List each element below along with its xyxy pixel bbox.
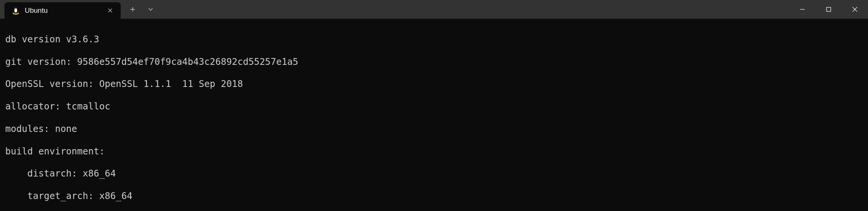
tab-actions [124, 0, 160, 19]
minimize-button[interactable] [789, 0, 816, 19]
svg-point-5 [16, 8, 16, 9]
output-line: git version: 9586e557d54ef70f9ca4b43c268… [5, 56, 863, 67]
window-titlebar: Ubuntu [0, 0, 868, 19]
output-line: distarch: x86_64 [5, 168, 863, 179]
ubuntu-tux-icon [11, 6, 20, 15]
tab-dropdown-button[interactable] [142, 0, 160, 19]
tabs-area: Ubuntu [0, 0, 160, 19]
output-line: build environment: [5, 146, 863, 157]
svg-point-1 [14, 9, 17, 13]
close-tab-button[interactable] [106, 7, 114, 14]
window-controls [789, 0, 868, 19]
terminal-output[interactable]: db version v3.6.3 git version: 9586e557d… [0, 19, 868, 211]
output-line: target_arch: x86_64 [5, 190, 863, 202]
output-line: db version v3.6.3 [5, 34, 863, 45]
close-window-button[interactable] [842, 0, 868, 19]
svg-rect-6 [827, 7, 831, 12]
svg-point-4 [15, 8, 15, 9]
output-line: allocator: tcmalloc [5, 101, 863, 112]
maximize-button[interactable] [816, 0, 842, 19]
output-line: OpenSSL version: OpenSSL 1.1.1 11 Sep 20… [5, 78, 863, 90]
output-line: modules: none [5, 123, 863, 135]
tab-ubuntu[interactable]: Ubuntu [4, 2, 121, 19]
tab-title: Ubuntu [25, 6, 102, 15]
new-tab-button[interactable] [124, 0, 142, 19]
